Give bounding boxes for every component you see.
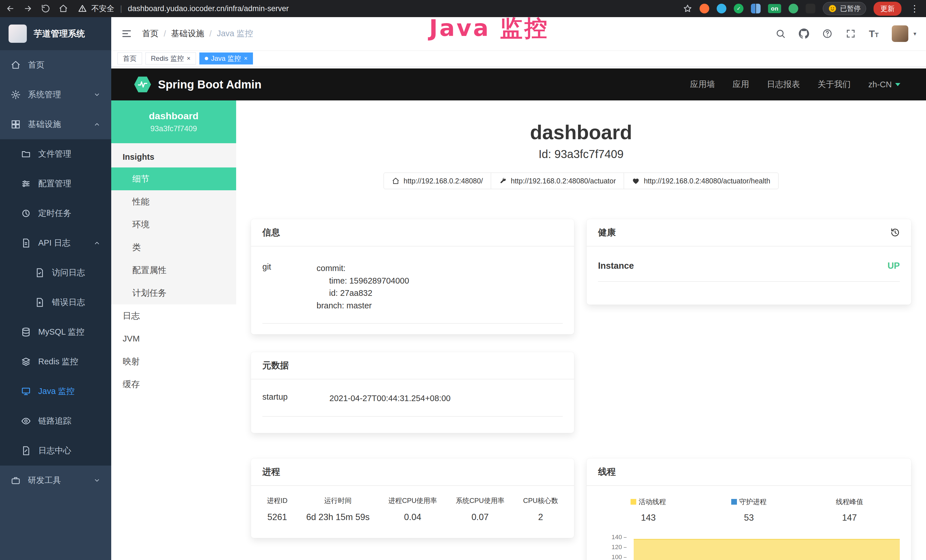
fullscreen-icon[interactable]	[846, 29, 856, 39]
metadata-value: 2021-04-27T00:44:31.254+08:00	[329, 392, 451, 405]
extension-icon[interactable]	[717, 4, 726, 14]
document-icon	[21, 238, 31, 248]
sba-item-scheduled-tasks[interactable]: 计划任务	[111, 282, 236, 304]
health-url-button[interactable]: http://192.168.0.2:48080/actuator/health	[624, 173, 778, 189]
layers-icon	[21, 357, 31, 366]
help-icon[interactable]	[822, 29, 832, 39]
sidebar-item-access-logs[interactable]: 访问日志	[0, 258, 111, 288]
sidebar-item-api-logs[interactable]: API 日志	[0, 228, 111, 258]
process-table: 进程ID 5261 运行时间 6d 23h 15m 59s 进程CPU使用率	[265, 496, 560, 522]
info-card-title: 信息	[251, 219, 574, 247]
sba-brand[interactable]: Spring Boot Admin	[134, 76, 262, 93]
forward-icon[interactable]	[23, 4, 33, 13]
paused-label: 已暂停	[840, 4, 861, 13]
chevron-up-icon	[94, 240, 100, 247]
bookmark-star-icon[interactable]	[683, 4, 692, 13]
sba-item-details[interactable]: 细节	[111, 168, 236, 190]
profile-paused-badge[interactable]: 已暂停	[823, 2, 866, 15]
warning-triangle-icon	[78, 4, 87, 13]
breadcrumb-infrastructure[interactable]: 基础设施	[171, 28, 204, 39]
app-logo-bar[interactable]: 芋道管理系统	[0, 17, 111, 50]
column-header: 系统CPU使用率	[456, 496, 504, 505]
extension-icon[interactable]	[788, 4, 798, 14]
sba-instance-header[interactable]: dashboard 93a3fc7f7409	[111, 100, 236, 143]
actuator-url-button[interactable]: http://192.168.0.2:48080/actuator	[491, 173, 624, 189]
browser-menu-icon[interactable]: ⋮	[909, 4, 920, 13]
sba-item-caches[interactable]: 缓存	[111, 373, 236, 396]
hamburger-icon[interactable]	[121, 28, 132, 39]
monitor-icon	[21, 387, 31, 396]
avatar[interactable]	[892, 26, 908, 42]
y-axis-tick: 140	[598, 533, 626, 541]
sba-locale-select[interactable]: zh-CN	[869, 80, 900, 89]
sidebar-item-mysql-monitor[interactable]: MySQL 监控	[0, 317, 111, 347]
sidebar-item-error-logs[interactable]: 错误日志	[0, 288, 111, 317]
sidebar-item-home[interactable]: 首页	[0, 50, 111, 80]
sidebar-item-tracing[interactable]: 链路追踪	[0, 406, 111, 436]
document-check-icon	[35, 268, 44, 278]
search-icon[interactable]	[775, 29, 786, 39]
sba-item-logs[interactable]: 日志	[111, 304, 236, 327]
tags-view: 首页 Redis 监控 × Java 监控 ×	[111, 50, 926, 67]
extension-icon[interactable]	[751, 4, 761, 14]
extension-icon[interactable]	[699, 4, 709, 14]
extension-icon[interactable]: ✓	[734, 4, 743, 14]
sidebar-item-label: 系统管理	[28, 89, 61, 100]
sidebar-item-dev-tools[interactable]: 研发工具	[0, 466, 111, 495]
info-key: git	[262, 262, 316, 312]
avatar-caret-icon[interactable]: ▾	[914, 30, 916, 37]
health-card-header: 健康	[587, 219, 911, 247]
chevron-down-icon	[895, 83, 900, 86]
sidebar-item-redis-monitor[interactable]: Redis 监控	[0, 347, 111, 377]
locale-label: zh-CN	[869, 80, 892, 89]
sba-item-metrics[interactable]: 性能	[111, 190, 236, 213]
sba-nav-about[interactable]: 关于我们	[818, 79, 851, 90]
font-size-icon[interactable]: TT	[869, 28, 879, 39]
tag-java-monitor[interactable]: Java 监控 ×	[199, 53, 253, 65]
history-icon[interactable]	[890, 228, 900, 238]
tag-home[interactable]: 首页	[118, 53, 142, 65]
sba-nav-applications[interactable]: 应用	[732, 79, 749, 90]
wrench-icon	[499, 177, 507, 185]
extension-on-badge[interactable]: on	[768, 4, 781, 13]
y-axis-tick: 120	[598, 543, 626, 551]
extension-icon[interactable]	[806, 4, 816, 14]
service-url-button[interactable]: http://192.168.0.2:48080/	[384, 173, 491, 189]
legend-live-threads: 活动线程 143	[598, 497, 699, 523]
address-bar[interactable]: 不安全 | dashboard.yudao.iocoder.cn/infra/a…	[78, 3, 289, 14]
chrome-update-button[interactable]: 更新	[873, 2, 902, 16]
sba-item-jvm[interactable]: JVM	[111, 327, 236, 350]
sidebar-item-log-center[interactable]: 日志中心	[0, 436, 111, 466]
cell-value: 0.07	[456, 512, 504, 522]
sidebar-item-scheduled-tasks[interactable]: 定时任务	[0, 198, 111, 228]
back-icon[interactable]	[6, 4, 15, 13]
app-root: 芋道管理系统 首页 系统管理 基础设施 文件管理	[0, 17, 926, 560]
reload-icon[interactable]	[41, 4, 50, 13]
sidebar-item-java-monitor[interactable]: Java 监控	[0, 377, 111, 406]
sidebar-item-label: MySQL 监控	[38, 326, 85, 338]
sba-nav-wallboard[interactable]: 应用墙	[690, 79, 715, 90]
cards-left-column: 信息 git commit: time: 1596289704000 id: 2…	[251, 219, 574, 538]
sba-item-mappings[interactable]: 映射	[111, 350, 236, 373]
sidebar-item-file-management[interactable]: 文件管理	[0, 139, 111, 169]
sidebar-item-config-management[interactable]: 配置管理	[0, 169, 111, 198]
table-row: Instance UP	[598, 261, 900, 282]
chart-plot-area	[631, 531, 900, 560]
breadcrumb-home[interactable]: 首页	[142, 28, 159, 39]
app-title: 芋道管理系统	[34, 28, 85, 40]
close-icon[interactable]: ×	[187, 55, 191, 62]
sba-item-config-props[interactable]: 配置属性	[111, 259, 236, 282]
sidebar-item-infrastructure[interactable]: 基础设施	[0, 109, 111, 139]
sidebar-item-label: 日志中心	[38, 445, 71, 456]
close-icon[interactable]: ×	[244, 55, 248, 62]
sba-nav-journal[interactable]: 日志报表	[767, 79, 800, 90]
sba-item-classes[interactable]: 类	[111, 236, 236, 259]
sidebar-item-system-management[interactable]: 系统管理	[0, 80, 111, 109]
home-icon[interactable]	[59, 4, 68, 13]
tag-redis-monitor[interactable]: Redis 监控 ×	[145, 53, 196, 65]
github-icon[interactable]	[799, 29, 809, 39]
sba-content: dashboard Id: 93a3fc7f7409 http://192.16…	[236, 100, 926, 560]
home-icon	[11, 60, 21, 70]
info-card-body: git commit: time: 1596289704000 id: 27aa…	[251, 247, 574, 324]
sba-item-environment[interactable]: 环境	[111, 213, 236, 236]
